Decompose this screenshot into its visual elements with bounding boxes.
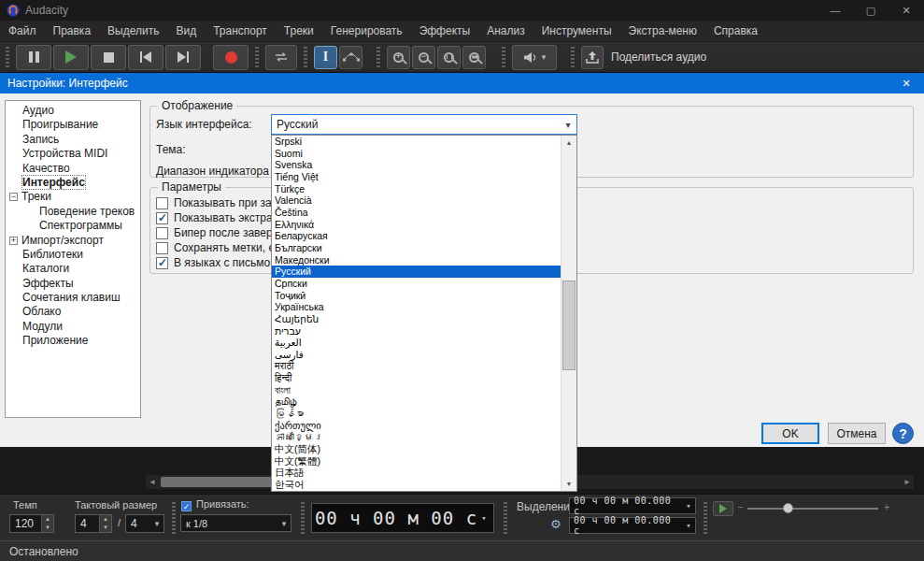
help-button[interactable]: ?: [892, 423, 914, 444]
envelope-tool-button[interactable]: [339, 46, 362, 69]
time-signature-spinner[interactable]: ▲▼: [99, 515, 111, 532]
tree-item-libraries[interactable]: Библиотеки: [6, 248, 140, 262]
language-option[interactable]: Türkçe: [272, 183, 561, 195]
toolbar-grip[interactable]: [502, 47, 505, 67]
gear-icon[interactable]: ⚙: [550, 517, 562, 531]
language-option[interactable]: Svenska: [272, 159, 561, 171]
ok-button[interactable]: OK: [761, 423, 819, 444]
play-at-speed-button[interactable]: [713, 501, 733, 516]
tree-item-directories[interactable]: Каталоги: [6, 262, 140, 276]
toolbar-grip[interactable]: [301, 502, 305, 534]
play-button[interactable]: [53, 45, 89, 70]
language-option[interactable]: 中文(繁體): [272, 455, 561, 468]
skip-end-button[interactable]: [165, 45, 201, 70]
language-option[interactable]: Українська: [272, 301, 561, 313]
tree-item-modules[interactable]: Модули: [6, 320, 140, 334]
tree-item-spectrograms[interactable]: Спектрограммы: [6, 219, 140, 233]
language-combobox[interactable]: Русский ▾: [271, 114, 577, 135]
selection-end-display[interactable]: 00 ч 00 м 00.000 с ▾: [569, 517, 696, 534]
tree-expand-icon[interactable]: +: [9, 237, 18, 245]
language-option[interactable]: العربية: [272, 337, 561, 349]
language-option[interactable]: Čeština: [272, 207, 561, 219]
maximize-button[interactable]: ▢: [853, 0, 888, 21]
tempo-spinner[interactable]: ▲▼: [41, 515, 53, 532]
language-option[interactable]: हिन्दी: [272, 372, 561, 384]
language-option[interactable]: ქართული: [272, 420, 561, 432]
language-option[interactable]: বাংলা: [272, 384, 561, 396]
menu-extra[interactable]: Экстра-меню: [620, 21, 705, 41]
language-option[interactable]: فارسی: [272, 349, 561, 361]
toolbar-grip[interactable]: [255, 47, 259, 67]
language-option[interactable]: 한국어: [272, 479, 561, 491]
loop-button[interactable]: [265, 45, 297, 70]
snap-select[interactable]: к 1/8 ▾: [180, 514, 291, 532]
language-option[interactable]: Български: [272, 242, 561, 254]
slider-track[interactable]: [747, 508, 878, 510]
tree-item-playback[interactable]: Проигрывание: [6, 118, 140, 132]
pause-button[interactable]: [16, 45, 51, 70]
stop-button[interactable]: [91, 45, 126, 70]
toolbar-grip[interactable]: [504, 502, 507, 534]
tree-item-tracks[interactable]: −Треки: [6, 190, 140, 204]
tree-item-cloud[interactable]: Облако: [6, 305, 140, 319]
slider-thumb[interactable]: [783, 503, 793, 513]
toolbar-grip[interactable]: [172, 502, 176, 534]
language-option[interactable]: Српски: [272, 278, 561, 290]
time-signature-upper[interactable]: 4 ▲▼: [75, 514, 112, 533]
tree-item-midi-devices[interactable]: Устройства MIDI: [6, 147, 140, 161]
selection-tool-button[interactable]: I: [314, 46, 337, 69]
dialog-close-button[interactable]: ✕: [888, 73, 924, 94]
selection-start-display[interactable]: 00 ч 00 м 00.000 с ▾: [569, 497, 696, 514]
time-signature-lower[interactable]: 4 ▾: [125, 514, 164, 533]
zoom-out-button[interactable]: −: [412, 46, 435, 69]
language-option[interactable]: 日本語: [272, 467, 561, 479]
record-button[interactable]: [213, 45, 249, 70]
scroll-down-icon[interactable]: ▼: [562, 477, 576, 491]
toolbar-grip[interactable]: [304, 47, 307, 67]
menu-select[interactable]: Выделить: [99, 21, 167, 41]
snap-checkbox-row[interactable]: Привязать:: [181, 498, 249, 511]
skip-start-button[interactable]: [128, 45, 163, 70]
language-option[interactable]: Հայերեն: [272, 313, 561, 325]
tempo-input[interactable]: 120 ▲▼: [9, 514, 54, 533]
zoom-selection-button[interactable]: [437, 46, 461, 69]
menu-generate[interactable]: Генерировать: [322, 21, 411, 41]
tree-item-quality[interactable]: Качество: [6, 162, 140, 176]
menu-file[interactable]: Файл: [0, 21, 45, 41]
scroll-left-icon[interactable]: ◄: [146, 478, 159, 486]
menu-transport[interactable]: Транспорт: [205, 21, 276, 41]
language-option[interactable]: Беларуская: [272, 230, 561, 242]
tree-item-track-behaviors[interactable]: Поведение треков: [6, 205, 140, 219]
menu-analyze[interactable]: Анализ: [478, 21, 533, 41]
menu-effects[interactable]: Эффекты: [411, 21, 479, 41]
menu-edit[interactable]: Правка: [45, 21, 100, 41]
tree-item-import-export[interactable]: +Импорт/экспорт: [6, 234, 140, 248]
toolbar-grip[interactable]: [571, 47, 575, 67]
minimize-button[interactable]: —: [817, 0, 853, 21]
audio-setup-button[interactable]: ▾: [512, 45, 557, 70]
language-option[interactable]: עברית: [272, 325, 561, 338]
menu-tools[interactable]: Инструменты: [533, 21, 620, 41]
language-option[interactable]: தமிழ்: [272, 396, 561, 408]
language-option[interactable]: ភាសាខ្មែរ: [272, 431, 561, 443]
tree-item-audio[interactable]: Аудио: [6, 104, 140, 118]
dropdown-scrollbar[interactable]: ▲ ▼: [561, 136, 576, 491]
tree-item-application[interactable]: Приложение: [6, 334, 140, 348]
scroll-right-icon[interactable]: ►: [901, 478, 914, 486]
tree-item-recording[interactable]: Запись: [6, 133, 140, 147]
toolbar-grip[interactable]: [704, 502, 707, 534]
scroll-up-icon[interactable]: ▲: [562, 136, 576, 150]
audio-position-display[interactable]: 00 ч 00 м 00 с ▾: [311, 503, 494, 533]
toolbar-grip[interactable]: [6, 47, 9, 67]
language-option[interactable]: Tiếng Việt: [272, 171, 561, 183]
scrollbar-thumb[interactable]: [562, 280, 576, 370]
language-option[interactable]: मराठी: [272, 360, 561, 372]
menu-tracks[interactable]: Треки: [276, 21, 322, 41]
snap-checkbox-icon[interactable]: [181, 501, 192, 511]
language-option[interactable]: Тоҷикӣ: [272, 290, 561, 302]
language-option[interactable]: Srpski: [272, 136, 561, 148]
menu-help[interactable]: Справка: [705, 21, 766, 41]
tree-collapse-icon[interactable]: −: [9, 193, 18, 201]
language-option[interactable]: မြန်မာ: [272, 408, 561, 420]
language-option[interactable]: Valencià: [272, 194, 561, 207]
